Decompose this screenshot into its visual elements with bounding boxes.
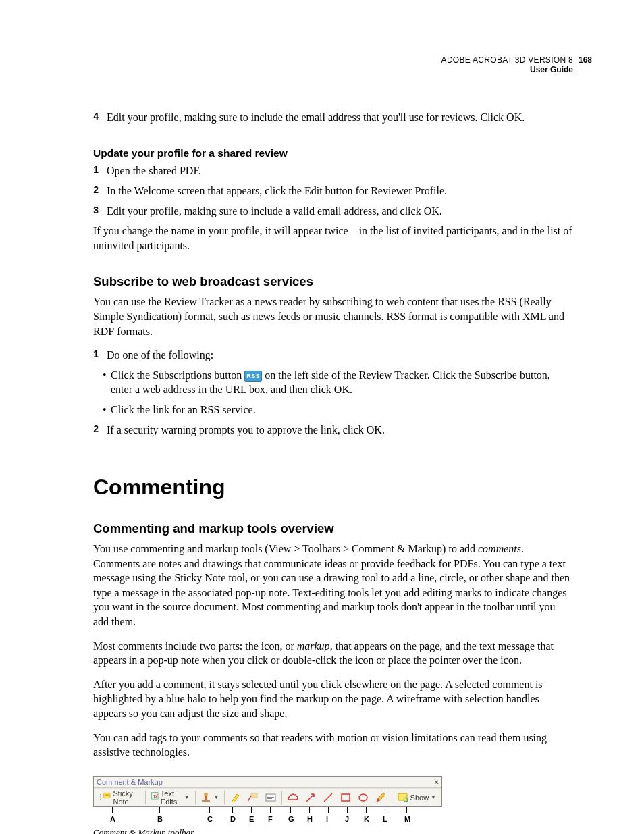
step-number: 1 — [86, 348, 99, 363]
page-header: ADOBE ACROBAT 3D VERSION 8 User Guide 16… — [93, 55, 573, 75]
highlight-button[interactable] — [227, 790, 244, 805]
svg-rect-8 — [232, 801, 235, 802]
figure-label-letter: E — [249, 815, 254, 823]
rectangle-button[interactable] — [338, 790, 354, 805]
oval-icon — [358, 792, 369, 803]
svg-point-10 — [248, 800, 249, 801]
svg-rect-1 — [105, 794, 109, 795]
step-text: In the Welcome screen that appears, clic… — [103, 184, 573, 199]
figure-label-letter: H — [307, 815, 313, 823]
text-run: You use commenting and markup tools (Vie… — [93, 543, 478, 554]
svg-rect-2 — [105, 795, 109, 796]
gripper-icon: ⋮ — [97, 793, 99, 802]
figure-label-letter: A — [110, 815, 115, 823]
tick-mark — [309, 807, 310, 813]
arrow-button[interactable] — [302, 790, 319, 805]
bullet-item: • Click the Subscriptions button RSS on … — [93, 368, 573, 397]
svg-text:T: T — [153, 793, 156, 798]
text-edits-button[interactable]: T Text Edits ▼ — [149, 790, 192, 805]
rss-icon: RSS — [244, 371, 262, 382]
tick-mark — [328, 807, 329, 813]
step-text: If a security warning prompts you to app… — [103, 423, 573, 438]
toolbar-title-text: Comment & Markup — [97, 778, 163, 786]
step-item: 2 In the Welcome screen that appears, cl… — [93, 184, 573, 199]
cloud-button[interactable] — [285, 790, 301, 805]
step-number: 1 — [86, 163, 99, 178]
sticky-note-button[interactable]: Sticky Note — [101, 790, 142, 805]
stamp-button[interactable]: ▼ — [198, 790, 221, 805]
pencil-icon — [375, 792, 386, 803]
show-icon — [398, 792, 408, 803]
bullet-marker: • — [103, 402, 109, 417]
step-text: Edit your profile, making sure to includ… — [103, 204, 573, 219]
toolbar-figure: Comment & Markup × ⋮ Sticky Note T Text … — [93, 776, 442, 807]
step-item: 1 Do one of the following: — [93, 348, 573, 363]
header-title: ADOBE ACROBAT 3D VERSION 8 — [93, 55, 573, 65]
svg-rect-6 — [205, 795, 207, 800]
figure-label-letter: J — [345, 815, 349, 823]
highlighter-icon — [230, 792, 241, 803]
tick-mark — [385, 807, 385, 813]
tick-mark — [406, 807, 407, 813]
separator — [392, 791, 392, 804]
button-label: Show — [410, 793, 429, 802]
step-item: 4 Edit your profile, making sure to incl… — [93, 110, 573, 125]
textbox-icon — [265, 792, 276, 803]
svg-point-16 — [359, 794, 367, 801]
step-item: 1 Open the shared PDF. — [93, 163, 573, 178]
figure-label-letter: B — [157, 815, 163, 823]
close-icon[interactable]: × — [435, 778, 439, 786]
text-edits-icon: T — [151, 792, 159, 803]
callout-button[interactable] — [245, 790, 261, 805]
line-icon — [323, 792, 333, 803]
textbox-button[interactable] — [263, 790, 279, 805]
paragraph: You can use the Review Tracker as a news… — [93, 294, 573, 338]
arrow-icon — [305, 792, 316, 803]
bullet-marker: • — [103, 368, 109, 397]
figure-label-letter: L — [383, 815, 387, 823]
page-number: 168 — [579, 55, 592, 65]
tick-mark — [366, 807, 367, 813]
figure-label-letter: K — [364, 815, 369, 823]
tick-mark — [232, 807, 233, 813]
tick-mark — [159, 807, 160, 813]
figure-caption-title: Comment & Markup toolbar — [93, 827, 573, 834]
svg-rect-17 — [398, 793, 407, 800]
show-button[interactable]: Show ▼ — [395, 790, 439, 805]
bullet-text: Click the link for an RSS service. — [109, 402, 573, 417]
sticky-note-icon — [103, 792, 111, 803]
step-text: Edit your profile, making sure to includ… — [103, 110, 573, 125]
svg-point-7 — [204, 793, 208, 796]
paragraph: After you add a comment, it stays select… — [93, 677, 573, 721]
tick-mark — [290, 807, 291, 813]
tick-mark — [251, 807, 252, 813]
paragraph: Most comments include two parts: the ico… — [93, 639, 573, 668]
step-number: 4 — [86, 110, 99, 125]
text-run: Most comments include two parts: the ico… — [93, 640, 297, 652]
figure-label-letter: I — [326, 815, 328, 823]
callout-icon — [248, 792, 259, 803]
separator — [281, 791, 282, 804]
document-page: ADOBE ACROBAT 3D VERSION 8 User Guide 16… — [0, 0, 644, 834]
svg-rect-15 — [342, 794, 350, 801]
figure-label-letter: C — [207, 815, 213, 823]
step-number: 3 — [86, 204, 99, 219]
pencil-button[interactable] — [373, 790, 389, 805]
text-run: Click the Subscriptions button — [111, 369, 244, 381]
svg-rect-5 — [202, 800, 210, 802]
tick-mark — [112, 807, 113, 813]
oval-button[interactable] — [355, 790, 371, 805]
bullet-text: Click the Subscriptions button RSS on th… — [109, 368, 573, 397]
separator — [224, 791, 225, 804]
button-label: Text Edits — [161, 789, 182, 806]
heading-overview: Commenting and markup tools overview — [93, 521, 573, 536]
step-text: Open the shared PDF. — [103, 163, 573, 178]
header-subtitle: User Guide — [93, 65, 573, 74]
figure-label-row: ABCDEFGHIJKLM — [93, 807, 441, 826]
svg-rect-9 — [251, 793, 257, 798]
figure-label-letter: G — [288, 815, 294, 823]
step-text: Do one of the following: — [103, 348, 573, 363]
stamp-icon — [200, 792, 211, 803]
line-button[interactable] — [320, 790, 336, 805]
step-item: 3 Edit your profile, making sure to incl… — [93, 204, 573, 219]
